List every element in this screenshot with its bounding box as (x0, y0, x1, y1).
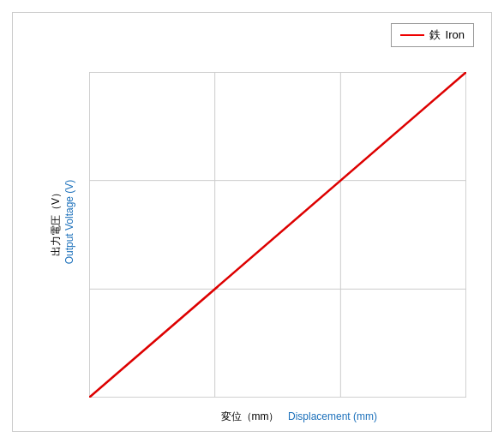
legend-kanji-label: 鉄 (429, 27, 441, 43)
x-axis-label-en: Displacement (mm) (288, 410, 377, 422)
chart-plot-area: 0.0 0.75 1.50 0.0 0.075 0.150 (89, 72, 466, 398)
legend-line-icon (400, 34, 424, 36)
x-axis-label: 変位（mm） Displacement (mm) (221, 408, 377, 424)
y-axis-label-en: Output Voltage (V) (63, 179, 75, 264)
y-axis-label: 出力電圧（V） Output Voltage (V) (49, 179, 75, 264)
chart-svg: 0.0 0.75 1.50 0.0 0.075 0.150 (89, 72, 466, 398)
x-axis-label-jp: 変位（mm） (221, 410, 279, 422)
legend-english-label: Iron (446, 28, 465, 41)
chart-container: 鉄 Iron 出力電圧（V） Output Voltage (V) 0.0 0.… (12, 12, 492, 432)
chart-legend: 鉄 Iron (391, 23, 474, 47)
y-axis-label-jp: 出力電圧（V） (49, 179, 63, 264)
